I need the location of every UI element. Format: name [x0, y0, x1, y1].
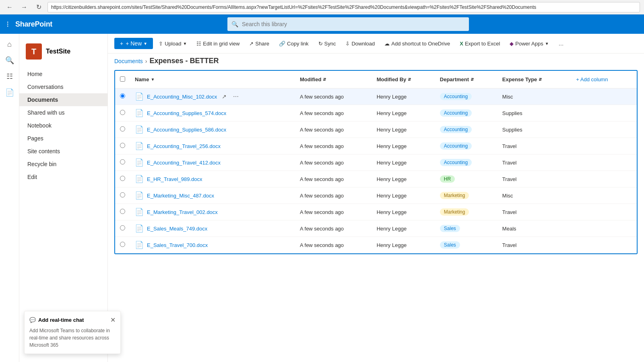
files-table: Name ▼ Modified ⇵ — [115, 71, 637, 253]
row-modified-cell: A few seconds ago — [295, 121, 372, 138]
row-modified-by-cell: Henry Legge — [372, 171, 435, 187]
table-header: Name ▼ Modified ⇵ — [115, 71, 637, 88]
site-initial: T — [26, 43, 42, 60]
department-badge: Marketing — [440, 192, 469, 199]
site-header: T TestSite — [19, 39, 107, 68]
row-name-cell: 📄E_Marketing_Travel_002.docx — [130, 204, 295, 220]
row-expense-type-cell: Travel — [497, 138, 568, 154]
rail-apps-icon[interactable]: ☷ — [2, 69, 17, 84]
row-modified-by-cell: Henry Legge — [372, 237, 435, 253]
select-all-checkbox[interactable] — [120, 76, 125, 82]
row-empty-cell — [568, 154, 637, 171]
rail-search-icon[interactable]: 🔍 — [2, 53, 17, 68]
col-expense-type[interactable]: Expense Type ⇵ — [497, 71, 568, 88]
row-name-cell: 📄E_Accounting_Misc_102.docx↗⋯ — [130, 88, 295, 105]
row-department-cell: Sales — [435, 220, 497, 237]
share-button[interactable]: ↗ Share — [245, 38, 273, 49]
file-link[interactable]: E_Marketing_Travel_002.docx — [147, 209, 218, 215]
more-button[interactable]: … — [555, 38, 568, 49]
file-link[interactable]: E_Sales_Travel_700.docx — [147, 242, 208, 248]
sidebar-item-documents[interactable]: Documents — [19, 93, 107, 106]
modified-by-sort-icon: ⇵ — [408, 77, 411, 82]
chat-close-button[interactable]: ✕ — [110, 316, 116, 324]
waffle-icon[interactable]: ⁝ — [5, 18, 10, 31]
breadcrumb-current: Expenses - BETTER — [149, 57, 219, 65]
sp-logo: SharePoint — [15, 20, 52, 29]
rail-pages-icon[interactable]: 📄 — [2, 85, 17, 100]
sidebar-item-edit[interactable]: Edit — [19, 171, 107, 183]
row-empty-cell — [568, 237, 637, 253]
file-link[interactable]: E_Accounting_Supplies_586.docx — [147, 127, 226, 133]
breadcrumb: Documents › Expenses - BETTER — [108, 53, 644, 68]
excel-icon: X — [460, 41, 463, 47]
row-checkbox[interactable] — [120, 110, 125, 115]
sidebar-item-recycle-bin[interactable]: Recycle bin — [19, 158, 107, 171]
row-checkbox[interactable] — [120, 126, 125, 132]
add-column-button[interactable]: + Add column — [573, 75, 611, 84]
row-empty-cell — [568, 204, 637, 220]
link-icon: 🔗 — [279, 41, 285, 47]
row-checkbox[interactable] — [120, 93, 125, 99]
edit-grid-button[interactable]: ☷ Edit in grid view — [192, 38, 244, 49]
power-apps-button[interactable]: ◆ Power Apps ▼ — [506, 38, 553, 49]
breadcrumb-parent[interactable]: Documents — [114, 58, 143, 64]
download-button[interactable]: ⇩ Download — [341, 38, 379, 49]
copy-link-button[interactable]: 🔗 Copy link — [275, 38, 312, 49]
file-link[interactable]: E_Marketing_Misc_487.docx — [147, 193, 214, 199]
word-icon: 📄 — [135, 191, 144, 200]
sidebar-item-site-contents[interactable]: Site contents — [19, 145, 107, 158]
file-link[interactable]: E_Accounting_Travel_256.docx — [147, 143, 221, 149]
chat-title: 💬 Add real-time chat — [29, 317, 84, 323]
row-checkbox[interactable] — [120, 192, 125, 197]
export-excel-button[interactable]: X Export to Excel — [456, 38, 504, 49]
row-checkbox[interactable] — [120, 225, 125, 230]
file-link[interactable]: E_Accounting_Supplies_574.docx — [147, 110, 226, 116]
word-icon: 📄 — [135, 208, 144, 216]
file-link[interactable]: E_Accounting_Travel_412.docx — [147, 160, 221, 166]
sidebar-item-home[interactable]: Home — [19, 68, 107, 80]
row-department-cell: Accounting — [435, 154, 497, 171]
add-shortcut-button[interactable]: ☁ Add shortcut to OneDrive — [380, 38, 454, 49]
sidebar-item-conversations[interactable]: Conversations — [19, 80, 107, 93]
select-all-col[interactable] — [115, 71, 130, 88]
row-name-cell: 📄E_Accounting_Travel_256.docx — [130, 138, 295, 154]
address-bar[interactable] — [47, 2, 640, 12]
row-modified-by-cell: Henry Legge — [372, 154, 435, 171]
col-modified-by[interactable]: Modified By ⇵ — [372, 71, 435, 88]
sidebar-item-notebook[interactable]: Notebook — [19, 119, 107, 132]
sidebar-item-shared[interactable]: Shared with us — [19, 106, 107, 119]
new-dropdown-icon: ▼ — [143, 41, 147, 46]
row-department-cell: HR — [435, 171, 497, 187]
back-button[interactable]: ← — [4, 2, 15, 13]
row-more-button[interactable]: ⋯ — [231, 93, 240, 101]
row-share-button[interactable]: ↗ — [220, 93, 228, 101]
row-checkbox[interactable] — [120, 143, 125, 148]
col-add-column[interactable]: + Add column — [568, 71, 637, 88]
forward-button[interactable]: → — [19, 2, 30, 13]
row-modified-by-cell: Henry Legge — [372, 88, 435, 105]
refresh-button[interactable]: ↻ — [33, 2, 44, 13]
rail-home-icon[interactable]: ⌂ — [2, 37, 17, 51]
row-modified-by-cell: Henry Legge — [372, 204, 435, 220]
sidebar-item-pages[interactable]: Pages — [19, 132, 107, 145]
row-modified-cell: A few seconds ago — [295, 154, 372, 171]
content-area: + + New ▼ ⇧ Upload ▼ ☷ Edit in grid view… — [108, 34, 644, 362]
row-checkbox[interactable] — [120, 176, 125, 181]
col-department[interactable]: Department ⇵ — [435, 71, 497, 88]
col-modified[interactable]: Modified ⇵ — [295, 71, 372, 88]
row-checkbox[interactable] — [120, 159, 125, 165]
row-department-cell: Accounting — [435, 121, 497, 138]
name-sort-icon: ▼ — [151, 77, 155, 82]
new-button[interactable]: + + New ▼ — [114, 38, 153, 49]
search-input[interactable] — [227, 17, 469, 31]
sync-button[interactable]: ↻ Sync — [314, 38, 340, 49]
file-link[interactable]: E_Sales_Meals_749.docx — [147, 226, 207, 232]
col-name[interactable]: Name ▼ — [130, 71, 295, 88]
sync-icon: ↻ — [318, 41, 323, 47]
row-checkbox[interactable] — [120, 242, 125, 247]
row-checkbox[interactable] — [120, 209, 125, 214]
upload-button[interactable]: ⇧ Upload ▼ — [155, 38, 191, 49]
upload-icon: ⇧ — [159, 41, 163, 47]
file-link[interactable]: E_Accounting_Misc_102.docx — [147, 94, 217, 100]
file-link[interactable]: E_HR_Travel_989.docx — [147, 176, 202, 182]
